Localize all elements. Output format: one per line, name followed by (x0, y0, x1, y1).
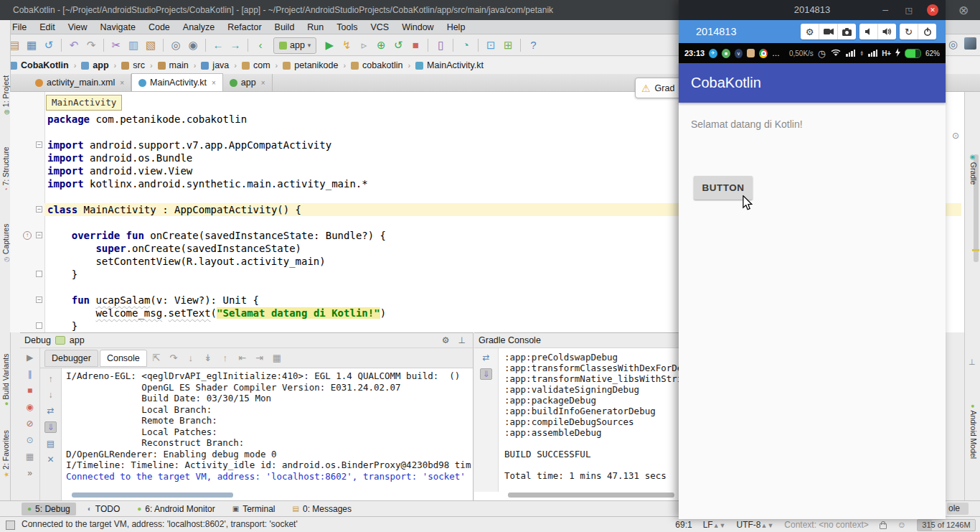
fold-marker-icon[interactable] (36, 322, 42, 329)
find-replace-icon[interactable]: ◉ (184, 37, 202, 53)
attach-debugger-icon[interactable]: ⊕ (372, 37, 390, 53)
soft-wrap-icon[interactable]: ⇄ (47, 406, 54, 416)
drop-frame-icon[interactable]: ⇤ (235, 353, 250, 363)
show-execution-point-icon[interactable]: ⇱ (149, 353, 164, 363)
pause-icon[interactable]: ∥ (28, 369, 32, 379)
close-tab-icon[interactable]: × (212, 79, 216, 87)
run-config-selector[interactable]: app▾ (273, 37, 316, 54)
tab-activity_main.xml[interactable]: activity_main.xml× (29, 74, 131, 91)
tab-mainactivity.kt[interactable]: MainActivity.kt× (131, 73, 223, 91)
scroll-to-end-icon[interactable]: ⇓ (44, 421, 56, 433)
debug-hide-icon[interactable]: ⊥ (458, 335, 466, 345)
inspections-eye-icon[interactable]: ⊙ (952, 131, 959, 141)
gradle-sync-icon[interactable]: ◔ (457, 37, 474, 53)
tool-button-android-model[interactable]: ●Android Model (969, 402, 978, 459)
tool-button-build-variants[interactable]: ●Build Variants (1, 354, 10, 408)
volume-up-icon[interactable] (877, 24, 896, 39)
mirror-restore-icon[interactable]: ◳ (905, 0, 913, 20)
menu-code[interactable]: Code (142, 22, 176, 32)
menu-vcs[interactable]: VCS (364, 22, 395, 32)
power-icon[interactable] (918, 24, 936, 39)
thread-dump-icon[interactable]: ⊙ (26, 435, 33, 445)
menu-help[interactable]: Help (440, 22, 472, 32)
hector-icon[interactable]: ☺ (897, 520, 906, 530)
breadcrumb-item-cobakotlin[interactable]: cobakotlin (349, 60, 405, 70)
tool-button-favorites[interactable]: ★2: Favorites (1, 430, 10, 480)
run-to-cursor-icon[interactable]: ⇥ (252, 353, 268, 363)
override-marker-icon[interactable]: ↑ (23, 231, 32, 240)
tool-button-terminal[interactable]: ▣Terminal (227, 503, 281, 515)
tab-app[interactable]: app× (223, 74, 273, 91)
menu-build[interactable]: Build (268, 22, 301, 32)
breadcrumb-item-com[interactable]: com (240, 60, 273, 70)
partial-tab[interactable]: ole (947, 503, 969, 515)
more-icon[interactable]: » (27, 468, 32, 478)
breadcrumb-item-app[interactable]: app (79, 60, 110, 70)
soft-wrap-icon[interactable]: ⇄ (482, 353, 489, 363)
scroll-to-end-icon[interactable]: ⇓ (480, 368, 491, 380)
mirror-minimize-icon[interactable]: – (882, 0, 888, 19)
profiler-icon[interactable]: ▹ (355, 37, 372, 53)
menu-refactor[interactable]: Refactor (221, 22, 268, 32)
tool-button-debug[interactable]: ●5: Debug (22, 503, 76, 515)
up-stack-icon[interactable]: ↑ (49, 374, 53, 384)
redo-icon[interactable]: ↷ (83, 37, 100, 53)
avd-manager-icon[interactable]: ⊞ (499, 37, 517, 53)
mirror-close-icon[interactable]: ✕ (927, 4, 938, 16)
stop-icon[interactable]: ■ (27, 386, 32, 396)
fold-marker-icon[interactable]: − (36, 141, 42, 148)
tab-console[interactable]: Console (100, 350, 147, 367)
close-tab-icon[interactable]: × (120, 79, 124, 87)
record-video-icon[interactable] (819, 24, 837, 39)
paste-icon[interactable]: ▧ (142, 37, 159, 53)
copy-icon[interactable]: ▥ (125, 37, 142, 53)
menu-edit[interactable]: Edit (33, 22, 62, 32)
undo-icon[interactable]: ↶ (65, 37, 83, 53)
screenshot-icon[interactable] (837, 24, 856, 39)
menu-view[interactable]: View (62, 22, 94, 32)
debug-console-output[interactable]: I/Adreno-EGL: <qeglDrvAPI_eglInitialize:… (62, 368, 471, 493)
cut-icon[interactable]: ✂ (108, 37, 125, 53)
print-icon[interactable]: ▤ (47, 439, 55, 449)
apply-changes-icon[interactable]: ↯ (338, 37, 355, 53)
memory-indicator[interactable]: 315 of 1246M (917, 519, 976, 531)
clear-console-icon[interactable]: ✕ (47, 454, 54, 465)
tab-debugger[interactable]: Debugger (44, 350, 98, 367)
fold-marker-icon[interactable]: − (36, 232, 42, 238)
stop-icon[interactable]: ■ (407, 37, 424, 53)
tool-button-project[interactable]: ◍1: Project (1, 75, 10, 117)
device-monitor-icon[interactable]: ▯ (432, 37, 449, 53)
sync-icon[interactable]: ↺ (40, 37, 57, 53)
step-into-icon[interactable]: ↓ (183, 353, 199, 363)
search-everywhere-icon[interactable]: ◎ (948, 38, 958, 51)
view-breakpoints-icon[interactable]: ◉ (26, 402, 33, 412)
rerun-icon[interactable]: ▶ (27, 353, 33, 363)
line-separator-selector[interactable]: LF▲▼ (703, 520, 726, 530)
step-out-icon[interactable]: ↑ (217, 353, 233, 363)
forward-icon[interactable]: → (227, 37, 244, 53)
evaluate-icon[interactable]: ▦ (269, 353, 285, 363)
menu-navigate[interactable]: Navigate (94, 22, 142, 32)
lock-icon[interactable] (880, 523, 887, 529)
fold-marker-icon[interactable]: − (36, 297, 42, 303)
help-icon[interactable]: ? (524, 37, 542, 53)
force-step-into-icon[interactable]: ↡ (200, 353, 216, 363)
mute-breakpoints-icon[interactable]: ⊘ (26, 419, 33, 429)
debug-settings-icon[interactable]: ⚙ (442, 335, 450, 345)
refresh-icon[interactable]: ↻ (900, 24, 918, 39)
tool-button-todo[interactable]: ◐TODO (82, 503, 126, 515)
breadcrumb-item-cobakotlin[interactable]: CobaKotlin (7, 60, 71, 70)
hide-panel-icon[interactable]: ⊥ (969, 358, 976, 367)
tool-button-structure[interactable]: ◔7: Structure (1, 146, 10, 194)
tool-button-messages[interactable]: ▤0: Messages (287, 503, 358, 515)
back-icon[interactable]: ← (209, 37, 227, 53)
close-tab-icon[interactable]: × (261, 79, 265, 87)
volume-down-icon[interactable] (859, 24, 877, 39)
restart-activity-icon[interactable]: ↺ (390, 37, 407, 53)
settings-icon[interactable]: ⚙ (801, 24, 819, 39)
tool-button-android-monitor[interactable]: ●6: Android Monitor (131, 503, 220, 515)
breadcrumb-item-mainactivity.kt[interactable]: MainActivity.kt (413, 60, 486, 70)
menu-tools[interactable]: Tools (330, 22, 364, 32)
menu-run[interactable]: Run (301, 22, 330, 32)
gradle-hscrollbar[interactable] (508, 493, 674, 498)
